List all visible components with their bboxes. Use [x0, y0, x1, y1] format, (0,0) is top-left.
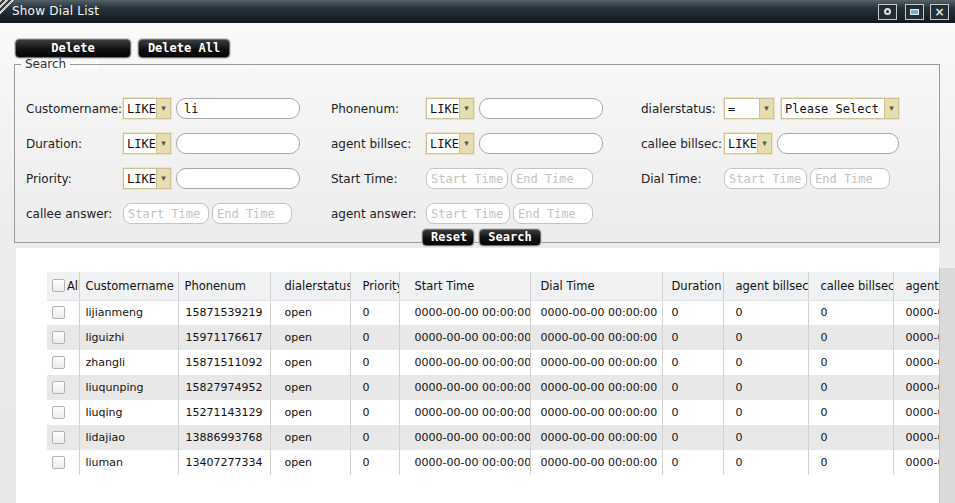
table-cell: 0000-00-00 00:00:00 [399, 425, 530, 450]
table-cell: liguizhi [79, 325, 178, 350]
column-header-dial-time: Dial Time [530, 272, 662, 300]
callee-billsec-label: callee billsec: [641, 137, 722, 151]
agent-answer-from-input[interactable] [426, 203, 510, 224]
table-cell: 0000-00-00 00:00:00 [399, 375, 530, 400]
table-cell: liuqunping [79, 375, 178, 400]
agent-billsec-input[interactable] [479, 133, 603, 154]
close-button[interactable]: × [930, 4, 949, 20]
row-checkbox[interactable] [52, 431, 65, 444]
dial-time-label: Dial Time: [641, 172, 702, 186]
start-time-from-input[interactable] [426, 168, 508, 189]
table-cell: 0 [662, 400, 723, 425]
row-select-cell [47, 375, 79, 400]
callee-billsec-operator-select[interactable]: LIKE ▾ [724, 133, 772, 154]
callee-billsec-input[interactable] [777, 133, 899, 154]
dialerstatus-operator-select[interactable]: = ▾ [724, 98, 774, 119]
reset-button[interactable]: Reset [422, 229, 474, 246]
table-cell: 0 [808, 450, 893, 475]
callee-answer-label: callee answer: [26, 207, 112, 221]
table-cell: 0000-00-00 00:00:00 [893, 450, 939, 475]
table-cell: 0000-00-00 00:00:00 [893, 325, 939, 350]
chevron-down-icon: ▾ [459, 99, 473, 118]
chevron-down-icon: ▾ [759, 99, 773, 118]
table-cell: 0 [350, 350, 399, 375]
agent-billsec-operator-select[interactable]: LIKE ▾ [426, 133, 474, 154]
table-cell: 0000-00-00 00:00:00 [530, 325, 662, 350]
table-cell: 0 [808, 350, 893, 375]
restore-button[interactable] [905, 4, 924, 20]
maximize-button[interactable] [878, 4, 897, 20]
priority-input[interactable] [176, 168, 300, 189]
table-cell: 0000-00-00 00:00:00 [530, 350, 662, 375]
operator-value: LIKE [427, 137, 459, 151]
column-header-customername: Customername [79, 272, 178, 300]
phonenum-input[interactable] [479, 98, 603, 119]
row-select-cell [47, 425, 79, 450]
column-header-start-time: Start Time [399, 272, 530, 300]
chevron-down-icon: ▾ [156, 99, 170, 118]
phonenum-operator-select[interactable]: LIKE ▾ [426, 98, 474, 119]
table-cell: 0 [723, 425, 808, 450]
dial-time-to-input[interactable] [810, 168, 890, 189]
table-cell: 15827974952 [178, 375, 270, 400]
priority-operator-select[interactable]: LIKE ▾ [123, 168, 171, 189]
customername-operator-select[interactable]: LIKE ▾ [123, 98, 171, 119]
callee-answer-from-input[interactable] [123, 203, 209, 224]
table-cell: 0000-00-00 00:00:00 [893, 350, 939, 375]
table-cell: 0 [808, 425, 893, 450]
dialerstatus-selected-value: Please Select [782, 102, 884, 116]
table-vertical-scrollbar[interactable] [939, 268, 955, 503]
maximize-icon [884, 8, 891, 15]
title-bar: Show Dial List × [0, 0, 955, 23]
chevron-down-icon: ▾ [156, 134, 170, 153]
row-select-cell [47, 325, 79, 350]
duration-input[interactable] [176, 133, 300, 154]
search-button[interactable]: Search [479, 229, 541, 246]
table-cell: 0 [662, 375, 723, 400]
table-cell: 0 [350, 425, 399, 450]
restore-icon [910, 9, 919, 15]
operator-value: LIKE [124, 172, 156, 186]
callee-answer-to-input[interactable] [212, 203, 292, 224]
table-row: lidajiao13886993768open00000-00-00 00:00… [47, 425, 939, 450]
table-cell: zhangli [79, 350, 178, 375]
table-cell: 0000-00-00 00:00:00 [530, 375, 662, 400]
table-cell: open [270, 450, 350, 475]
table-cell: 0 [662, 300, 723, 325]
operator-value: LIKE [427, 102, 459, 116]
duration-operator-select[interactable]: LIKE ▾ [123, 133, 171, 154]
agent-answer-to-input[interactable] [513, 203, 593, 224]
table-cell: 0 [662, 425, 723, 450]
table-cell: 0000-00-00 00:00:00 [399, 350, 530, 375]
table-cell: 0 [808, 325, 893, 350]
row-select-cell [47, 450, 79, 475]
table-cell: open [270, 300, 350, 325]
close-icon: × [931, 5, 948, 19]
dialerstatus-value-select[interactable]: Please Select ▾ [781, 98, 899, 119]
row-checkbox[interactable] [52, 331, 65, 344]
table-cell: 0 [723, 450, 808, 475]
delete-checked-button[interactable]: Delete Checked [15, 39, 131, 58]
table-cell: liuqing [79, 400, 178, 425]
row-checkbox[interactable] [52, 381, 65, 394]
chevron-down-icon: ▾ [156, 169, 170, 188]
select-all-checkbox[interactable] [52, 279, 65, 292]
table-cell: open [270, 375, 350, 400]
table-cell: open [270, 425, 350, 450]
row-checkbox[interactable] [52, 406, 65, 419]
row-checkbox[interactable] [52, 306, 65, 319]
column-header-dialerstatus: dialerstatus [270, 272, 350, 300]
agent-billsec-label: agent billsec: [331, 137, 411, 151]
start-time-to-input[interactable] [511, 168, 593, 189]
dial-time-from-input[interactable] [724, 168, 807, 189]
customername-input[interactable] [176, 98, 300, 119]
delete-all-button[interactable]: Delete All [138, 39, 230, 58]
customername-label: Customername: [26, 102, 122, 116]
column-header-agent-answer: agent answer [893, 272, 939, 300]
operator-value: = [725, 102, 759, 116]
table-cell: open [270, 350, 350, 375]
row-checkbox[interactable] [52, 356, 65, 369]
row-checkbox[interactable] [52, 456, 65, 469]
dial-table-body: lijianmeng15871539219open00000-00-00 00:… [47, 300, 939, 475]
select-all-cell: All [47, 272, 79, 300]
